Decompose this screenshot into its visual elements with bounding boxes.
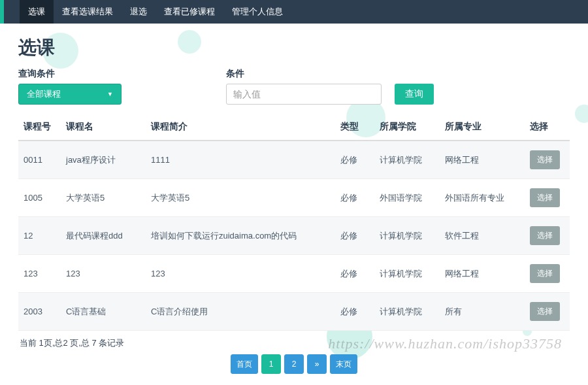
nav-item-completed-courses[interactable]: 查看已修课程 bbox=[155, 0, 223, 24]
cell-name: C语言基础 bbox=[61, 293, 146, 331]
cell-id: 123 bbox=[18, 255, 61, 293]
pagination: 首页 1 2 » 末页 bbox=[18, 354, 570, 374]
cell-major: 软件工程 bbox=[440, 217, 525, 255]
pagination-summary: 当前 1页,总2 页,总 7 条记录 bbox=[18, 337, 570, 349]
page-last-button[interactable]: 末页 bbox=[330, 354, 357, 374]
th-major: 所属专业 bbox=[440, 114, 525, 141]
cell-action: 选择 bbox=[525, 141, 570, 179]
select-button[interactable]: 选择 bbox=[530, 226, 560, 245]
cell-name: 大学英语5 bbox=[61, 179, 146, 217]
table-row: 0011java程序设计1111必修计算机学院网络工程选择 bbox=[18, 141, 570, 179]
page-1-button[interactable]: 1 bbox=[261, 354, 281, 374]
table-row: 123123123必修计算机学院网络工程选择 bbox=[18, 255, 570, 293]
cell-type: 必修 bbox=[335, 255, 374, 293]
cell-college: 外国语学院 bbox=[374, 179, 440, 217]
cell-desc: C语言介绍使用 bbox=[146, 293, 335, 331]
cell-id: 0011 bbox=[18, 141, 61, 179]
table-row: 1005大学英语5大学英语5必修外国语学院外国语所有专业选择 bbox=[18, 179, 570, 217]
cell-major: 所有 bbox=[440, 293, 525, 331]
cell-name: java程序设计 bbox=[61, 141, 146, 179]
cell-action: 选择 bbox=[525, 217, 570, 255]
course-table: 课程号 课程名 课程简介 类型 所属学院 所属专业 选择 0011java程序设… bbox=[18, 114, 570, 331]
nav-item-select-course[interactable]: 选课 bbox=[20, 0, 54, 24]
condition-label: 条件 bbox=[226, 68, 382, 80]
cell-id: 12 bbox=[18, 217, 61, 255]
query-button[interactable]: 查询 bbox=[395, 84, 434, 105]
page-2-button[interactable]: 2 bbox=[284, 354, 304, 374]
th-course-desc: 课程简介 bbox=[146, 114, 335, 141]
filter-bar: 查询条件 全部课程 条件 . 查询 bbox=[18, 68, 570, 105]
query-condition-label: 查询条件 bbox=[18, 68, 122, 80]
page-next-button[interactable]: » bbox=[307, 354, 327, 374]
cell-id: 2003 bbox=[18, 293, 61, 331]
cell-type: 必修 bbox=[335, 293, 374, 331]
cell-type: 必修 bbox=[335, 179, 374, 217]
cell-college: 计算机学院 bbox=[374, 217, 440, 255]
select-button[interactable]: 选择 bbox=[530, 264, 560, 283]
select-button[interactable]: 选择 bbox=[530, 150, 560, 169]
th-course-type: 类型 bbox=[335, 114, 374, 141]
cell-type: 必修 bbox=[335, 217, 374, 255]
table-row: 12最代码课程ddd培训如何下载运行zuidaima.com的代码必修计算机学院… bbox=[18, 217, 570, 255]
table-row: 2003C语言基础C语言介绍使用必修计算机学院所有选择 bbox=[18, 293, 570, 331]
logo-accent bbox=[0, 0, 4, 24]
cell-name: 123 bbox=[61, 255, 146, 293]
cell-college: 计算机学院 bbox=[374, 293, 440, 331]
cell-desc: 培训如何下载运行zuidaima.com的代码 bbox=[146, 217, 335, 255]
page-first-button[interactable]: 首页 bbox=[231, 354, 258, 374]
condition-input[interactable] bbox=[226, 84, 382, 105]
cell-desc: 123 bbox=[146, 255, 335, 293]
cell-college: 计算机学院 bbox=[374, 255, 440, 293]
cell-major: 网络工程 bbox=[440, 255, 525, 293]
cell-major: 网络工程 bbox=[440, 141, 525, 179]
course-filter-dropdown[interactable]: 全部课程 bbox=[18, 84, 122, 105]
th-course-id: 课程号 bbox=[18, 114, 61, 141]
cell-id: 1005 bbox=[18, 179, 61, 217]
dropdown-value: 全部课程 bbox=[27, 88, 61, 100]
th-course-name: 课程名 bbox=[61, 114, 146, 141]
page-title: 选课 bbox=[18, 35, 570, 60]
cell-action: 选择 bbox=[525, 179, 570, 217]
cell-desc: 大学英语5 bbox=[146, 179, 335, 217]
main-nav: 选课 查看选课结果 退选 查看已修课程 管理个人信息 bbox=[0, 0, 588, 24]
select-button[interactable]: 选择 bbox=[530, 302, 560, 321]
nav-item-view-selection[interactable]: 查看选课结果 bbox=[54, 0, 122, 24]
nav-item-drop-course[interactable]: 退选 bbox=[122, 0, 155, 24]
th-college: 所属学院 bbox=[374, 114, 440, 141]
nav-item-manage-profile[interactable]: 管理个人信息 bbox=[223, 0, 291, 24]
cell-name: 最代码课程ddd bbox=[61, 217, 146, 255]
cell-desc: 1111 bbox=[146, 141, 335, 179]
cell-action: 选择 bbox=[525, 293, 570, 331]
cell-type: 必修 bbox=[335, 141, 374, 179]
cell-major: 外国语所有专业 bbox=[440, 179, 525, 217]
select-button[interactable]: 选择 bbox=[530, 188, 560, 207]
cell-action: 选择 bbox=[525, 255, 570, 293]
cell-college: 计算机学院 bbox=[374, 141, 440, 179]
th-action: 选择 bbox=[525, 114, 570, 141]
